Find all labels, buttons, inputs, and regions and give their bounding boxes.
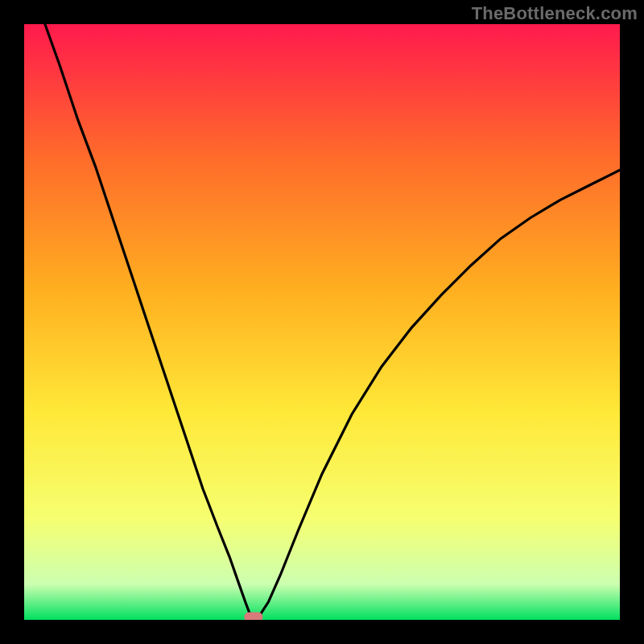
outer-frame: TheBottleneck.com <box>0 0 644 644</box>
chart-svg <box>24 24 620 620</box>
watermark-text: TheBottleneck.com <box>472 3 638 24</box>
minimum-marker <box>245 613 262 620</box>
gradient-rect <box>24 24 620 620</box>
plot-area <box>24 24 620 620</box>
